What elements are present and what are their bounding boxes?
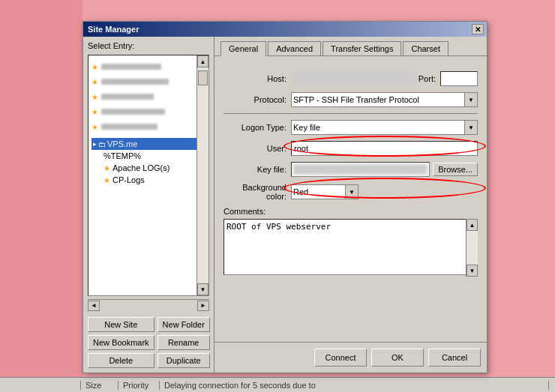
- host-label: Host:: [224, 74, 291, 83]
- tree-child-item[interactable]: %TEMP%: [92, 150, 206, 162]
- protocol-select[interactable]: SFTP - SSH File Transfer Protocol FTP - …: [291, 92, 478, 107]
- tree-child-label: CP-Logs: [112, 175, 145, 184]
- scrollbar-vertical[interactable]: ▲ ▼: [196, 55, 208, 295]
- bg-color-select[interactable]: Red Blue Green Yellow None: [291, 184, 351, 199]
- scroll-thumb[interactable]: [198, 70, 208, 85]
- comments-scroll-down[interactable]: ▼: [466, 265, 478, 277]
- protocol-row: Protocol: SFTP - SSH File Transfer Proto…: [224, 92, 478, 107]
- key-file-input-wrapper: [291, 162, 430, 177]
- scroll-up-button[interactable]: ▲: [197, 55, 208, 67]
- browse-button[interactable]: Browse...: [433, 163, 478, 176]
- tab-general[interactable]: General: [220, 41, 266, 56]
- tree-root-label: VPS.me: [107, 139, 137, 148]
- new-bookmark-button[interactable]: New Bookmark: [88, 335, 154, 350]
- blurred-entry: [101, 124, 158, 130]
- bg-color-row: Background color: Red Blue Green Yellow …: [224, 183, 478, 201]
- form-area: Host: Port: Protocol: SFTP - SSH File Tr…: [214, 64, 487, 342]
- tree-child-item[interactable]: ★ Apache LOG(s): [92, 162, 206, 174]
- user-label: User:: [224, 144, 291, 153]
- list-item: ★: [92, 60, 206, 73]
- logon-type-select[interactable]: Key file Normal Anonymous Ask for passwo…: [291, 120, 478, 135]
- protocol-label: Protocol:: [224, 95, 291, 104]
- site-manager-dialog: Site Manager ✕ Select Entry: ★ ★: [82, 21, 488, 373]
- tree-root-item[interactable]: ▸ 🗀 VPS.me: [92, 138, 206, 150]
- bg-left-col: [0, 0, 82, 392]
- scroll-down-button[interactable]: ▼: [197, 283, 208, 295]
- star-icon: ★: [92, 93, 98, 101]
- connect-button[interactable]: Connect: [314, 349, 367, 367]
- star-icon: ★: [104, 176, 110, 184]
- user-row: User:: [224, 141, 478, 156]
- rename-button[interactable]: Rename: [158, 335, 210, 350]
- scroll-track[interactable]: [197, 67, 208, 283]
- status-filename: [6, 381, 81, 390]
- logon-type-row: Logon Type: Key file Normal Anonymous As…: [224, 120, 478, 135]
- comments-scroll-track[interactable]: [466, 231, 478, 265]
- scroll-left-button[interactable]: ◄: [88, 301, 100, 311]
- port-label: Port:: [418, 74, 436, 83]
- tree-child-label: Apache LOG(s): [112, 163, 170, 172]
- comments-wrapper: ROOT of VPS webserver ▲ ▼: [224, 219, 478, 277]
- comments-scrollbar[interactable]: ▲ ▼: [466, 219, 478, 277]
- select-entry-label: Select Entry:: [88, 41, 209, 50]
- new-folder-button[interactable]: New Folder: [158, 317, 210, 332]
- scroll-right-button[interactable]: ►: [197, 301, 209, 311]
- list-item: ★: [92, 75, 206, 88]
- comments-label: Comments:: [224, 207, 478, 216]
- delete-button[interactable]: Delete: [88, 353, 154, 368]
- site-list[interactable]: ★ ★ ★ ★ ★: [88, 55, 209, 296]
- list-item: ★: [92, 120, 206, 133]
- dialog-titlebar: Site Manager ✕: [83, 22, 487, 37]
- status-size: Size: [81, 381, 118, 390]
- right-panel: General Advanced Transfer Settings Chars…: [214, 37, 487, 373]
- status-bar: Size Priority Delaying connection for 5 …: [0, 377, 555, 392]
- star-icon: ★: [92, 78, 98, 86]
- tree-expand-icon: ▸: [93, 140, 97, 148]
- list-item: ★: [92, 105, 206, 118]
- duplicate-button[interactable]: Duplicate: [158, 353, 210, 368]
- tab-bar: General Advanced Transfer Settings Chars…: [214, 37, 487, 56]
- star-icon: ★: [92, 123, 98, 131]
- star-icon: ★: [92, 108, 98, 116]
- dialog-title: Site Manager: [88, 25, 139, 34]
- tree-child-label: %TEMP%: [104, 151, 141, 160]
- comments-scroll-up[interactable]: ▲: [466, 219, 478, 231]
- key-file-row: Key file: Browse...: [224, 162, 478, 177]
- logon-type-label: Logon Type:: [224, 123, 291, 132]
- blurred-entry: [101, 109, 165, 115]
- key-file-label: Key file:: [224, 165, 291, 174]
- port-input[interactable]: [440, 71, 478, 86]
- blurred-entry: [101, 79, 169, 85]
- host-row: Host: Port:: [224, 71, 478, 86]
- left-panel: Select Entry: ★ ★ ★: [83, 37, 214, 373]
- dialog-body: Select Entry: ★ ★ ★: [83, 37, 487, 373]
- star-icon: ★: [92, 63, 98, 71]
- bg-color-label: Background color:: [224, 183, 291, 201]
- status-priority: Priority: [118, 381, 160, 390]
- left-panel-buttons: New Site New Folder New Bookmark Rename …: [88, 317, 209, 368]
- tree-child-item[interactable]: ★ CP-Logs: [92, 174, 206, 186]
- ok-button[interactable]: OK: [371, 349, 424, 367]
- status-text: Delaying connection for 5 seconds due to: [160, 381, 549, 390]
- comments-textarea[interactable]: ROOT of VPS webserver: [224, 219, 478, 275]
- tab-charset[interactable]: Charset: [403, 41, 448, 55]
- cancel-button[interactable]: Cancel: [428, 349, 481, 367]
- blurred-entry: [101, 94, 154, 100]
- star-icon: ★: [104, 164, 110, 172]
- tab-advanced[interactable]: Advanced: [268, 41, 321, 55]
- close-button[interactable]: ✕: [472, 24, 484, 34]
- dialog-footer: Connect OK Cancel: [214, 342, 487, 373]
- blurred-entry: [101, 64, 161, 70]
- tab-transfer-settings[interactable]: Transfer Settings: [322, 41, 401, 55]
- host-input[interactable]: [291, 73, 414, 85]
- user-input[interactable]: [291, 141, 478, 156]
- list-item: ★: [92, 90, 206, 103]
- new-site-button[interactable]: New Site: [88, 317, 154, 332]
- scrollbar-horizontal[interactable]: ◄ ►: [88, 299, 209, 311]
- folder-icon: 🗀: [98, 140, 106, 148]
- separator-1: [224, 113, 478, 114]
- key-file-blurred: [293, 164, 428, 175]
